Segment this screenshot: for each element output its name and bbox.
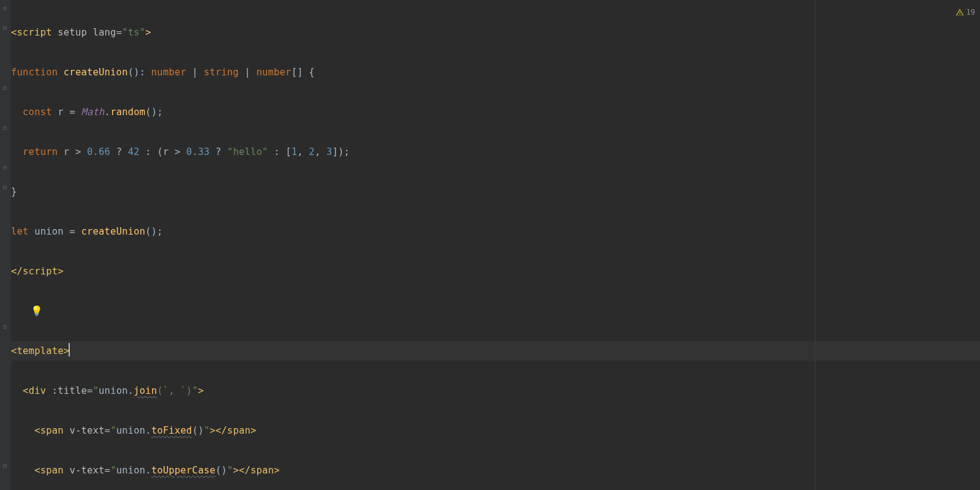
editor-gutter[interactable]: ⊟ ⊟ ⊟ ⊟ ⊟ ⊟ ⊟ ⊟ bbox=[0, 0, 11, 490]
fold-icon[interactable]: ⊟ bbox=[3, 464, 8, 469]
fold-icon[interactable]: ⊟ bbox=[3, 86, 8, 91]
fold-icon[interactable]: ⊟ bbox=[3, 126, 8, 130]
intention-bulb-icon[interactable]: 💡 bbox=[31, 301, 43, 322]
text-caret bbox=[69, 343, 70, 356]
code-editor[interactable]: <script setup lang="ts"> function create… bbox=[11, 2, 350, 490]
fold-icon[interactable]: ⊟ bbox=[3, 6, 8, 11]
fold-icon[interactable]: ⊟ bbox=[3, 185, 8, 190]
fold-icon[interactable]: ⊟ bbox=[3, 26, 8, 31]
right-margin-guide bbox=[815, 0, 815, 490]
fold-icon[interactable]: ⊟ bbox=[3, 325, 8, 330]
fold-icon[interactable]: ⊟ bbox=[3, 165, 8, 170]
warning-icon bbox=[956, 8, 964, 17]
inspection-badge[interactable]: 19 bbox=[956, 2, 975, 23]
warning-count: 19 bbox=[967, 2, 975, 23]
current-line-highlight bbox=[0, 341, 980, 361]
